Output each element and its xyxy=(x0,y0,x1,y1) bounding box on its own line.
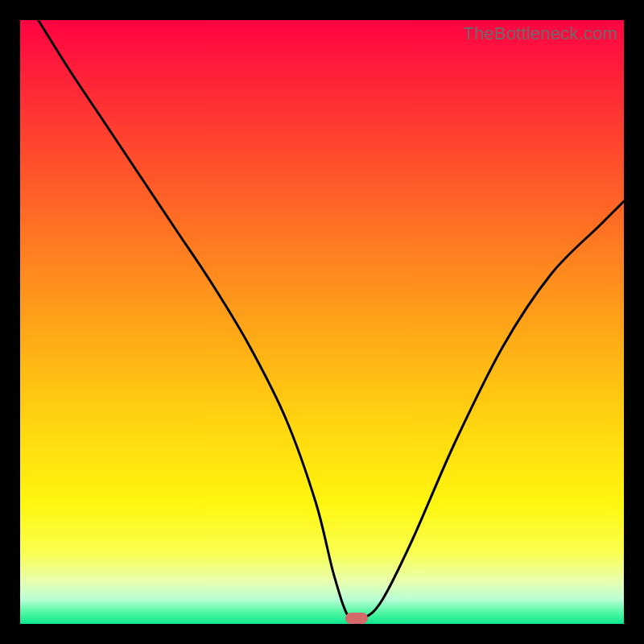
watermark-text: TheBottleneck.com xyxy=(463,23,617,44)
bottleneck-curve xyxy=(20,20,624,624)
optimal-point-marker xyxy=(345,613,368,624)
plot-area: TheBottleneck.com xyxy=(20,20,624,624)
chart-frame: TheBottleneck.com xyxy=(0,0,644,644)
